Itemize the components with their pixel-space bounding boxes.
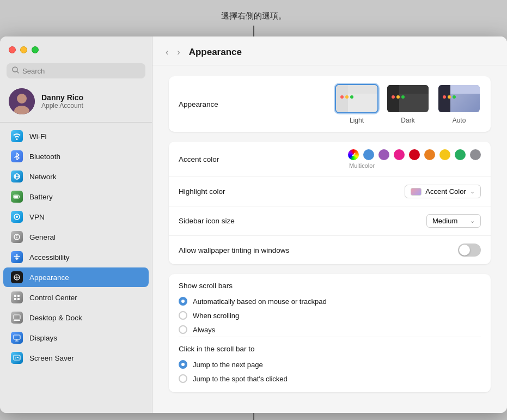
general-icon bbox=[11, 231, 23, 243]
close-button[interactable] bbox=[9, 46, 16, 53]
sidebar-item-accessibility[interactable]: Accessibility bbox=[3, 247, 149, 267]
svg-rect-9 bbox=[14, 196, 18, 198]
avatar bbox=[9, 88, 35, 114]
accent-dots bbox=[348, 149, 481, 160]
scroll-bar-option-auto[interactable]: Automatically based on mouse or trackpad bbox=[169, 294, 491, 308]
sidebar-item-desktopdock[interactable]: Desktop & Dock bbox=[3, 308, 149, 327]
svg-point-15 bbox=[16, 254, 18, 256]
click-scroll-option-spot[interactable]: Jump to the spot that's clicked bbox=[169, 372, 491, 386]
sidebar-icon-size-value: Medium bbox=[432, 217, 457, 225]
accent-sublabel: Multicolor bbox=[349, 162, 375, 169]
appearance-option-light[interactable]: Light bbox=[335, 84, 378, 124]
sidebar-item-appearance[interactable]: Appearance bbox=[3, 267, 149, 287]
back-button[interactable]: ‹ bbox=[163, 46, 170, 58]
colors-section: Accent color Multicolor Highlight color bbox=[169, 142, 491, 264]
appearance-thumb-light bbox=[335, 84, 378, 113]
sidebar: Danny Rico Apple Account Wi-FiBluetoothN… bbox=[0, 36, 152, 413]
wallpaper-tinting-toggle[interactable] bbox=[458, 244, 481, 257]
scroll-bar-option-always[interactable]: Always bbox=[169, 322, 491, 337]
sidebar-item-bluetooth[interactable]: Bluetooth bbox=[3, 147, 149, 166]
fullscreen-button[interactable] bbox=[32, 46, 39, 53]
highlight-color-swatch bbox=[411, 188, 422, 196]
appearance-row-label: Appearance bbox=[179, 100, 218, 108]
accent-dot-graphite[interactable] bbox=[470, 149, 481, 160]
search-bar[interactable] bbox=[7, 63, 145, 78]
click-radio-spot[interactable] bbox=[179, 374, 187, 383]
svg-rect-21 bbox=[14, 315, 20, 319]
user-info: Danny Rico Apple Account bbox=[41, 93, 83, 109]
accent-dot-yellow[interactable] bbox=[439, 149, 450, 160]
highlight-color-row: Highlight color Accent Color ⌄ bbox=[169, 177, 491, 206]
wallpaper-tinting-control bbox=[458, 244, 481, 257]
appearance-thumb-auto bbox=[437, 84, 481, 113]
highlight-color-value: Accent Color bbox=[425, 187, 466, 196]
highlight-color-dropdown[interactable]: Accent Color ⌄ bbox=[405, 185, 481, 198]
svg-rect-18 bbox=[17, 295, 20, 297]
click-scroll-option-nextpage[interactable]: Jump to the next page bbox=[169, 357, 491, 372]
appearance-row: Appearance Light Dark Auto bbox=[169, 76, 491, 132]
accent-dot-multicolor[interactable] bbox=[348, 149, 359, 160]
svg-rect-23 bbox=[14, 335, 20, 339]
appearance-label-light: Light bbox=[350, 117, 364, 124]
svg-point-13 bbox=[16, 235, 17, 236]
scroll-bars-label: Show scroll bars bbox=[169, 274, 491, 294]
vpn-icon bbox=[11, 211, 23, 223]
sidebar-item-displays[interactable]: Displays bbox=[3, 328, 149, 348]
scroll-bar-options: Automatically based on mouse or trackpad… bbox=[169, 294, 491, 337]
appearance-option-dark[interactable]: Dark bbox=[386, 84, 430, 124]
search-icon bbox=[12, 66, 19, 76]
sidebar-item-general[interactable]: General bbox=[3, 227, 149, 247]
radio-scrolling[interactable] bbox=[179, 311, 187, 320]
accent-dot-green[interactable] bbox=[455, 149, 466, 160]
sidebar-item-label-controlcenter: Control Center bbox=[29, 294, 77, 302]
sidebar-item-label-accessibility: Accessibility bbox=[29, 253, 70, 261]
svg-point-3 bbox=[17, 94, 27, 104]
user-profile[interactable]: Danny Rico Apple Account bbox=[0, 83, 152, 123]
scroll-bar-option-scrolling[interactable]: When scrolling bbox=[169, 308, 491, 322]
radio-label-auto: Automatically based on mouse or trackpad bbox=[193, 297, 327, 306]
wifi-icon bbox=[11, 130, 23, 142]
sidebar-item-screensaver[interactable]: Screen Saver bbox=[3, 348, 149, 368]
svg-rect-17 bbox=[14, 295, 16, 297]
accent-dot-blue[interactable] bbox=[363, 149, 374, 160]
highlight-color-arrow: ⌄ bbox=[470, 188, 475, 195]
desktopdock-icon bbox=[11, 312, 23, 324]
appearance-label-auto: Auto bbox=[453, 117, 466, 124]
minimize-button[interactable] bbox=[20, 46, 27, 53]
forward-button[interactable]: › bbox=[175, 46, 182, 58]
traffic-lights bbox=[0, 36, 152, 59]
accent-colors: Multicolor bbox=[348, 149, 481, 169]
radio-auto[interactable] bbox=[179, 297, 187, 306]
sidebar-icon-size-dropdown[interactable]: Medium ⌄ bbox=[426, 214, 481, 228]
accent-dot-pink[interactable] bbox=[394, 149, 405, 160]
svg-line-1 bbox=[17, 71, 19, 73]
radio-always[interactable] bbox=[179, 325, 187, 334]
sidebar-item-controlcenter[interactable]: Control Center bbox=[3, 288, 149, 307]
sidebar-item-network[interactable]: Network bbox=[3, 167, 149, 186]
wallpaper-tinting-label: Allow wallpaper tinting in windows bbox=[179, 246, 289, 254]
accent-dot-red[interactable] bbox=[409, 149, 420, 160]
accent-color-label: Accent color bbox=[179, 155, 219, 163]
page-title: Appearance bbox=[189, 47, 242, 58]
annotation-top: 選擇右側的選項。 bbox=[221, 11, 286, 21]
wallpaper-tinting-row: Allow wallpaper tinting in windows bbox=[169, 236, 491, 264]
accent-dot-purple[interactable] bbox=[378, 149, 389, 160]
appearance-label-dark: Dark bbox=[401, 117, 414, 124]
sidebar-item-label-appearance: Appearance bbox=[29, 273, 69, 282]
sidebar-item-battery[interactable]: Battery bbox=[3, 187, 149, 206]
search-input[interactable] bbox=[22, 67, 140, 75]
appearance-options: Light Dark Auto bbox=[335, 84, 481, 124]
sidebar-icon-size-control: Medium ⌄ bbox=[426, 214, 481, 228]
click-scroll-label: Click in the scroll bar to bbox=[169, 337, 491, 357]
svg-rect-22 bbox=[14, 320, 20, 321]
sidebar-item-vpn[interactable]: VPN bbox=[3, 207, 149, 227]
click-radio-nextpage[interactable] bbox=[179, 360, 187, 369]
sidebar-nav: Wi-FiBluetoothNetworkBatteryVPNGeneralAc… bbox=[0, 123, 152, 413]
sidebar-icon-size-row: Sidebar icon size Medium ⌄ bbox=[169, 206, 491, 236]
sidebar-item-label-bluetooth: Bluetooth bbox=[29, 153, 60, 161]
sidebar-icon-size-arrow: ⌄ bbox=[470, 217, 475, 224]
annotation-line-top bbox=[253, 26, 254, 36]
accent-dot-orange[interactable] bbox=[424, 149, 435, 160]
appearance-option-auto[interactable]: Auto bbox=[437, 84, 481, 124]
sidebar-item-wifi[interactable]: Wi-Fi bbox=[3, 126, 149, 146]
